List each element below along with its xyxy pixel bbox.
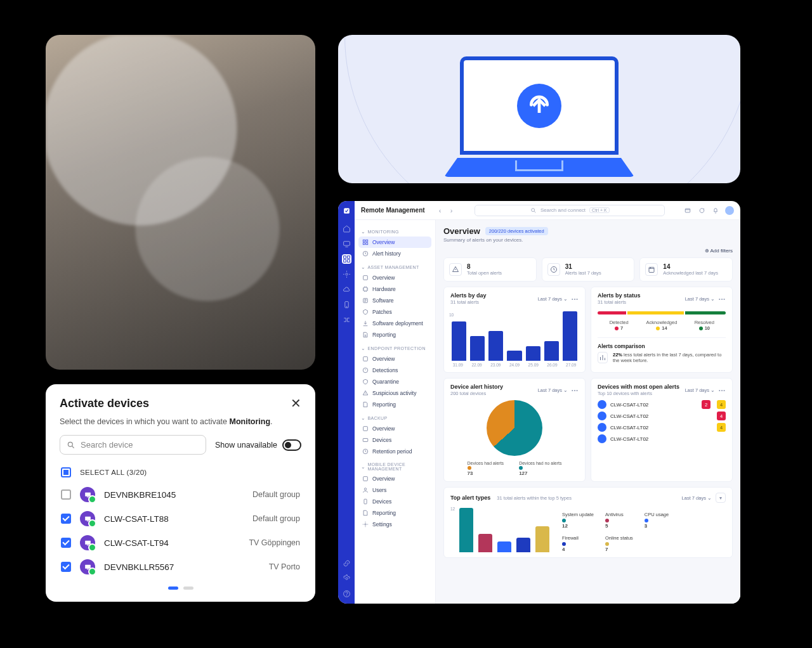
- stat-icon: [449, 263, 462, 276]
- device-checkbox[interactable]: [61, 514, 71, 524]
- avatar[interactable]: [725, 206, 734, 215]
- stat-card: 14Acknowledged last 7 days: [639, 257, 733, 282]
- card-menu-icon[interactable]: •••: [719, 387, 726, 393]
- bar: [452, 321, 466, 361]
- sidebar-item-mdm-reporting[interactable]: Reporting: [358, 507, 431, 519]
- device-row[interactable]: DEVNBKLLR5567 TV Porto: [60, 555, 301, 579]
- bar: [563, 311, 577, 361]
- search-icon: [530, 207, 537, 214]
- rail-help-icon[interactable]: [342, 589, 351, 599]
- close-icon[interactable]: ✕: [291, 396, 301, 411]
- device-alert-row[interactable]: CLW-CSAT-LT024: [598, 423, 726, 432]
- sidebar-item-quarantine[interactable]: Quarantine: [358, 376, 431, 387]
- stat-icon: [645, 263, 658, 276]
- rail-devices-icon[interactable]: [342, 239, 351, 249]
- card-menu-icon[interactable]: •••: [572, 296, 579, 302]
- device-icon: [598, 400, 606, 409]
- rail-settings-icon[interactable]: [342, 574, 351, 583]
- card-most-open-alerts: Devices with most open alertsTop 10 devi…: [591, 378, 733, 482]
- device-checkbox[interactable]: [61, 538, 71, 548]
- inbox-icon[interactable]: [683, 206, 692, 215]
- rail-link-icon[interactable]: [342, 559, 351, 568]
- sidebar-item-deployment[interactable]: Software deployment: [358, 318, 431, 329]
- topbar: Remote Management ‹ › Search and connect…: [355, 201, 740, 220]
- activate-devices-dialog: Activate devices ✕ Select the devices in…: [46, 384, 315, 602]
- pager: [60, 586, 301, 590]
- rail-endpoint-icon[interactable]: [342, 269, 351, 279]
- range-select[interactable]: Last 7 days ⌄: [685, 387, 715, 393]
- select-all-checkbox[interactable]: [61, 467, 71, 477]
- sidebar-item-mdm-users[interactable]: Users: [358, 484, 431, 496]
- device-group: TV Porto: [269, 562, 300, 571]
- range-select[interactable]: Last 7 days ⌄: [538, 387, 568, 393]
- device-icon: [80, 559, 95, 574]
- device-row[interactable]: DEVNBKBRE1045 Default group: [60, 483, 301, 507]
- search-input[interactable]: Search device: [60, 435, 206, 455]
- svg-rect-6: [86, 545, 88, 545]
- sidebar-item-software[interactable]: Software: [358, 295, 431, 306]
- device-icon: [598, 411, 606, 420]
- svg-rect-10: [343, 242, 350, 246]
- device-icon: [80, 511, 95, 526]
- main-content: Overview 200/220 devices activated Summa…: [436, 220, 740, 604]
- range-select[interactable]: Last 7 days ⌄: [685, 296, 715, 302]
- sidebar-item-bk-overview[interactable]: Overview: [358, 423, 431, 434]
- bell-icon[interactable]: [711, 206, 720, 215]
- device-group: Default group: [252, 490, 300, 499]
- rail-home-icon[interactable]: [342, 224, 351, 233]
- sidebar-item-mdm-settings[interactable]: Settings: [358, 519, 431, 530]
- device-alert-row[interactable]: CLW-CSAT-LT024: [598, 411, 726, 420]
- range-select[interactable]: Last 7 days ⌄: [538, 296, 568, 302]
- sidebar-item-mdm-overview[interactable]: Overview: [358, 473, 431, 484]
- hero-photo: [46, 35, 315, 370]
- range-select[interactable]: Last 7 days ⌄: [682, 495, 712, 501]
- upload-icon: [517, 84, 561, 128]
- sidebar-item-bk-devices[interactable]: Devices: [358, 434, 431, 446]
- device-group: Default group: [252, 514, 300, 523]
- nav-forward-icon[interactable]: ›: [447, 205, 457, 216]
- rail-backup-icon[interactable]: [342, 285, 351, 294]
- search-icon: [67, 441, 75, 450]
- svg-rect-7: [85, 564, 91, 568]
- filter-icon[interactable]: ▾: [716, 493, 726, 503]
- svg-rect-36: [363, 477, 368, 481]
- sidebar-item-retention[interactable]: Retention period: [358, 446, 431, 457]
- rail-mdm-icon[interactable]: [342, 300, 351, 309]
- device-name: CLW-CSAT-LT94: [104, 538, 169, 548]
- card-menu-icon[interactable]: •••: [572, 387, 579, 393]
- sidebar-item-asset-reporting[interactable]: Reporting: [358, 329, 431, 340]
- sidebar-item-overview[interactable]: Overview: [358, 237, 431, 248]
- device-alert-row[interactable]: CLW-CSAT-LT02: [598, 434, 726, 443]
- add-filters-button[interactable]: Add filters: [443, 248, 733, 254]
- devices-activated-chip: 200/220 devices activated: [485, 227, 548, 235]
- device-row[interactable]: CLW-CSAT-LT94 TV Göppingen: [60, 531, 301, 555]
- device-checkbox[interactable]: [61, 562, 71, 572]
- sidebar-item-asset-overview[interactable]: Overview: [358, 272, 431, 283]
- global-search[interactable]: Search and connect Ctrl + K: [475, 205, 665, 216]
- svg-rect-22: [685, 209, 690, 212]
- sidebar-item-hardware[interactable]: Hardware: [358, 283, 431, 295]
- device-name: DEVNBKBRE1045: [104, 490, 176, 500]
- sidebar-item-alert-history[interactable]: Alert history: [358, 248, 431, 259]
- dialog-subtitle: Select the devices in which you want to …: [60, 417, 301, 426]
- bar: [497, 541, 511, 553]
- chat-icon[interactable]: [697, 206, 706, 215]
- sidebar-item-patches[interactable]: Patches: [358, 306, 431, 318]
- show-unavailable-toggle[interactable]: [282, 439, 301, 451]
- bar: [459, 508, 473, 552]
- svg-point-21: [532, 208, 535, 211]
- nav-back-icon[interactable]: ‹: [435, 205, 445, 216]
- sidebar-item-ep-overview[interactable]: Overview: [358, 353, 431, 365]
- card-menu-icon[interactable]: •••: [719, 296, 726, 302]
- device-alert-row[interactable]: CLW-CSAT-LT0224: [598, 400, 726, 409]
- sidebar-item-mdm-devices[interactable]: Devices: [358, 496, 431, 507]
- sidebar-item-ep-reporting[interactable]: Reporting: [358, 399, 431, 410]
- rail-monitoring-icon[interactable]: [342, 254, 351, 264]
- device-checkbox[interactable]: [61, 489, 71, 500]
- sidebar-item-detections[interactable]: Detections: [358, 365, 431, 376]
- sidebar-item-suspicious[interactable]: Suspicious activity: [358, 387, 431, 399]
- svg-rect-12: [347, 256, 350, 259]
- rail-workflow-icon[interactable]: [342, 315, 351, 325]
- device-row[interactable]: CLW-CSAT-LT88 Default group: [60, 507, 301, 531]
- svg-rect-5: [85, 540, 91, 544]
